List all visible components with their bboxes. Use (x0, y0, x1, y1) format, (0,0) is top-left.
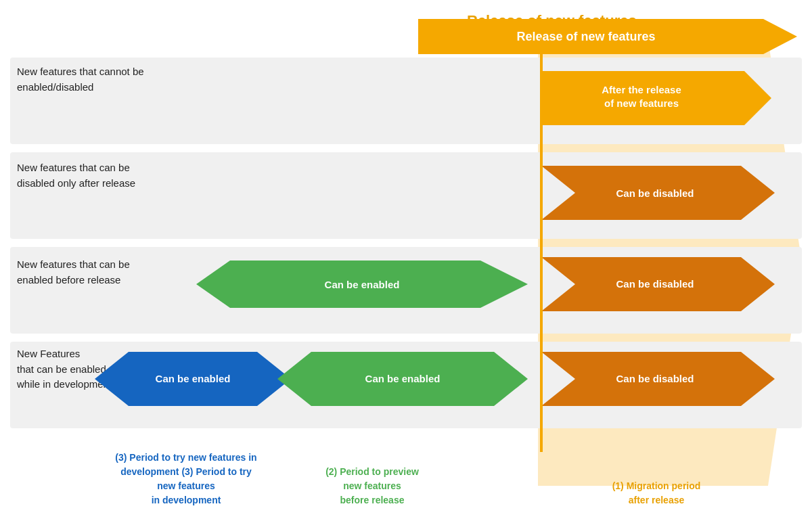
row-4-blue-arrow: Can be enabled (95, 348, 291, 409)
row-3-label: New features that can beenabled before r… (17, 257, 186, 288)
svg-text:After the release: After the release (602, 84, 681, 95)
row-1-orange-arrow: After the release of new features (541, 64, 792, 132)
row-1-label: New features that cannot beenabled/disab… (17, 64, 186, 95)
footer-label-1: (1) Migration periodafter release (562, 479, 751, 507)
svg-text:Can be disabled: Can be disabled (616, 373, 694, 384)
row-4-green-arrow: Can be enabled (277, 348, 528, 409)
svg-text:Can be disabled: Can be disabled (616, 187, 694, 199)
title-orange-arrow: Release of new features (418, 19, 797, 54)
row-3-green-arrow: Can be enabled (196, 254, 528, 315)
row-3-orange-arrow: Can be disabled (541, 254, 792, 315)
svg-text:of new features: of new features (604, 97, 679, 109)
footer-label-2: (2) Period to previewnew featuresbefore … (291, 465, 453, 507)
vertical-divider (540, 39, 543, 452)
row-2-label: New features that can bedisabled only af… (17, 160, 186, 191)
diagram-container: Release of new features New features tha… (0, 0, 812, 521)
svg-text:Release of new features: Release of new features (516, 30, 655, 43)
footer-label-3: (3) Period to try new features in develo… (108, 451, 264, 507)
svg-text:Can be enabled: Can be enabled (365, 373, 441, 384)
svg-text:Can be enabled: Can be enabled (156, 373, 231, 384)
svg-text:Can be disabled: Can be disabled (616, 278, 694, 290)
svg-text:Can be enabled: Can be enabled (325, 279, 400, 290)
row-4-orange-arrow: Can be disabled (541, 348, 792, 409)
row-2-orange-arrow: Can be disabled (541, 159, 792, 227)
